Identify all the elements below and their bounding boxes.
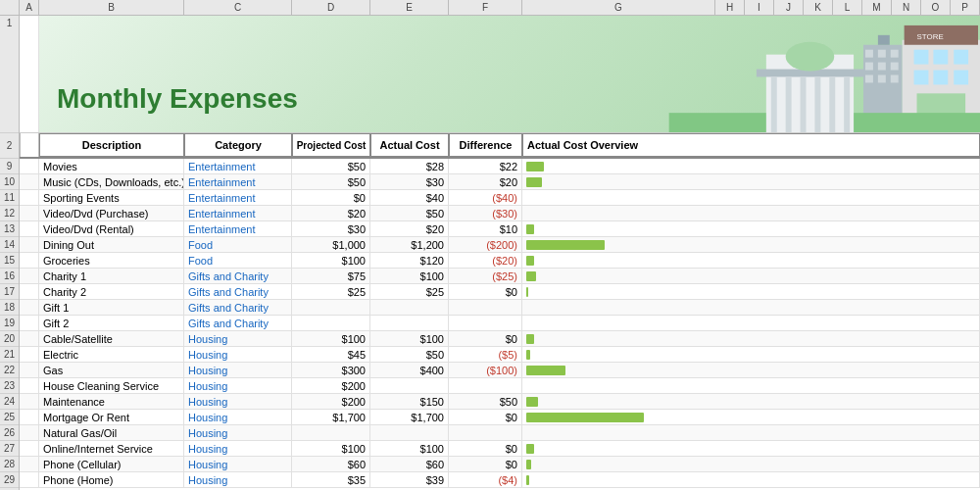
col-header-b[interactable]: B <box>39 0 184 15</box>
cell-projected-cost[interactable]: $100 <box>292 253 370 268</box>
cell-category[interactable]: Housing <box>184 472 292 487</box>
cell-difference[interactable]: $22 <box>449 159 522 173</box>
col-header-a[interactable]: A <box>20 0 39 15</box>
cell-projected-cost[interactable]: $1,700 <box>292 410 370 424</box>
cell-difference[interactable]: $0 <box>449 410 522 424</box>
cell-actual-cost[interactable]: $50 <box>370 206 449 220</box>
cell-category[interactable]: Food <box>184 253 292 268</box>
table-row[interactable]: Natural Gas/OilHousing <box>20 425 980 441</box>
cell-description[interactable]: Gift 2 <box>39 316 184 330</box>
cell-difference[interactable]: $10 <box>449 221 522 236</box>
table-row[interactable]: GroceriesFood$100$120($20) <box>20 253 980 269</box>
cell-projected-cost[interactable]: $300 <box>292 363 370 377</box>
col-header-h[interactable]: H <box>715 0 745 15</box>
table-row[interactable]: Gift 2Gifts and Charity <box>20 316 980 331</box>
cell-description[interactable]: Music (CDs, Downloads, etc.) <box>39 174 184 189</box>
cell-actual-cost[interactable]: $400 <box>370 363 449 377</box>
table-row[interactable]: Phone (Cellular)Housing$60$60$0 <box>20 457 980 472</box>
cell-category[interactable]: Entertainment <box>184 174 292 189</box>
cell-projected-cost[interactable]: $50 <box>292 174 370 189</box>
cell-actual-cost[interactable]: $30 <box>370 174 449 189</box>
table-row[interactable]: Video/Dvd (Purchase)Entertainment$20$50(… <box>20 206 980 221</box>
cell-category[interactable]: Gifts and Charity <box>184 284 292 299</box>
cell-description[interactable]: Phone (Cellular) <box>39 457 184 471</box>
cell-projected-cost[interactable] <box>292 316 370 330</box>
cell-actual-cost[interactable] <box>370 378 449 393</box>
cell-category[interactable]: Gifts and Charity <box>184 269 292 283</box>
cell-actual-cost[interactable] <box>370 425 449 440</box>
cell-difference[interactable]: $0 <box>449 331 522 346</box>
cell-description[interactable]: Online/Internet Service <box>39 441 184 456</box>
cell-projected-cost[interactable]: $200 <box>292 394 370 409</box>
cell-projected-cost[interactable]: $20 <box>292 206 370 220</box>
col-header-i[interactable]: I <box>745 0 774 15</box>
cell-projected-cost[interactable]: $35 <box>292 472 370 487</box>
cell-difference[interactable] <box>449 300 522 315</box>
cell-category[interactable]: Housing <box>184 410 292 424</box>
cell-difference[interactable]: ($20) <box>449 253 522 268</box>
col-header-d[interactable]: D <box>292 0 370 15</box>
cell-actual-cost[interactable]: $28 <box>370 159 449 173</box>
cell-difference[interactable]: ($100) <box>449 363 522 377</box>
cell-projected-cost[interactable]: $30 <box>292 221 370 236</box>
cell-actual-cost[interactable]: $120 <box>370 253 449 268</box>
col-header-c[interactable]: C <box>184 0 292 15</box>
cell-actual-cost[interactable]: $100 <box>370 331 449 346</box>
cell-difference[interactable] <box>449 316 522 330</box>
cell-actual-cost[interactable]: $100 <box>370 441 449 456</box>
col-header-p[interactable]: P <box>951 0 980 15</box>
cell-category[interactable]: Housing <box>184 331 292 346</box>
cell-description[interactable]: Sporting Events <box>39 190 184 205</box>
cell-category[interactable]: Entertainment <box>184 159 292 173</box>
cell-description[interactable]: Gas <box>39 363 184 377</box>
cell-actual-cost[interactable]: $20 <box>370 221 449 236</box>
cell-description[interactable]: Movies <box>39 159 184 173</box>
cell-category[interactable]: Entertainment <box>184 206 292 220</box>
cell-projected-cost[interactable]: $45 <box>292 347 370 362</box>
cell-actual-cost[interactable]: $1,700 <box>370 410 449 424</box>
cell-projected-cost[interactable]: $60 <box>292 457 370 471</box>
cell-category[interactable]: Housing <box>184 378 292 393</box>
cell-actual-cost[interactable]: $100 <box>370 269 449 283</box>
table-row[interactable]: Phone (Home)Housing$35$39($4) <box>20 472 980 488</box>
cell-actual-cost[interactable] <box>370 316 449 330</box>
cell-difference[interactable] <box>449 378 522 393</box>
cell-description[interactable]: Video/Dvd (Rental) <box>39 221 184 236</box>
table-row[interactable]: Cable/SatelliteHousing$100$100$0 <box>20 331 980 347</box>
cell-description[interactable]: Groceries <box>39 253 184 268</box>
cell-actual-cost[interactable]: $60 <box>370 457 449 471</box>
cell-difference[interactable]: ($4) <box>449 472 522 487</box>
cell-difference[interactable]: $0 <box>449 284 522 299</box>
cell-description[interactable]: Cable/Satellite <box>39 331 184 346</box>
cell-projected-cost[interactable] <box>292 425 370 440</box>
col-header-f[interactable]: F <box>449 0 522 15</box>
col-header-g[interactable]: G <box>522 0 715 15</box>
cell-description[interactable]: Charity 1 <box>39 269 184 283</box>
cell-difference[interactable]: ($40) <box>449 190 522 205</box>
table-row[interactable]: Online/Internet ServiceHousing$100$100$0 <box>20 441 980 457</box>
cell-projected-cost[interactable]: $75 <box>292 269 370 283</box>
table-row[interactable]: House Cleaning ServiceHousing$200 <box>20 378 980 394</box>
cell-projected-cost[interactable]: $25 <box>292 284 370 299</box>
cell-difference[interactable]: $20 <box>449 174 522 189</box>
cell-projected-cost[interactable]: $0 <box>292 190 370 205</box>
cell-actual-cost[interactable]: $40 <box>370 190 449 205</box>
table-row[interactable]: MoviesEntertainment$50$28$22 <box>20 159 980 174</box>
col-header-l[interactable]: L <box>833 0 862 15</box>
table-row[interactable]: ElectricHousing$45$50($5) <box>20 347 980 363</box>
cell-actual-cost[interactable]: $50 <box>370 347 449 362</box>
cell-description[interactable]: House Cleaning Service <box>39 378 184 393</box>
cell-description[interactable]: Video/Dvd (Purchase) <box>39 206 184 220</box>
cell-difference[interactable]: $50 <box>449 394 522 409</box>
cell-difference[interactable]: ($5) <box>449 347 522 362</box>
cell-projected-cost[interactable]: $100 <box>292 441 370 456</box>
cell-description[interactable]: Natural Gas/Oil <box>39 425 184 440</box>
col-header-k[interactable]: K <box>804 0 833 15</box>
cell-category[interactable]: Gifts and Charity <box>184 300 292 315</box>
cell-actual-cost[interactable] <box>370 300 449 315</box>
cell-difference[interactable]: $0 <box>449 441 522 456</box>
cell-projected-cost[interactable]: $1,000 <box>292 237 370 252</box>
cell-description[interactable]: Electric <box>39 347 184 362</box>
cell-projected-cost[interactable]: $50 <box>292 159 370 173</box>
cell-description[interactable]: Maintenance <box>39 394 184 409</box>
